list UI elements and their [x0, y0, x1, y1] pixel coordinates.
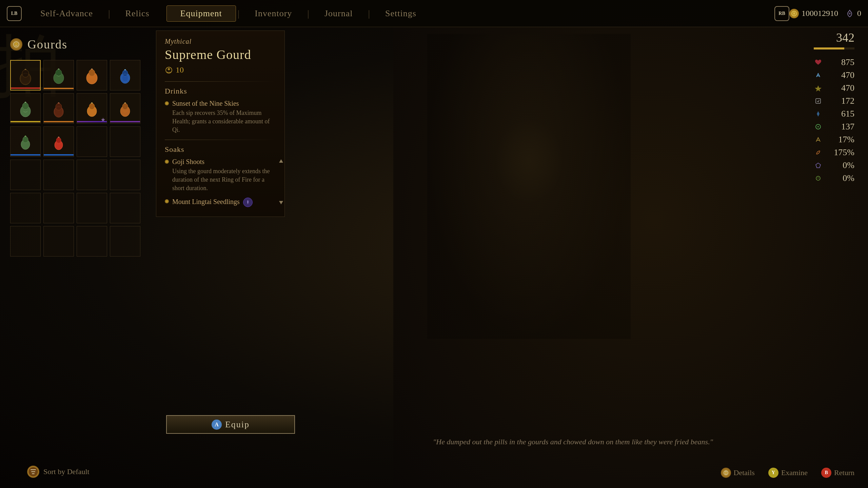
nav-relics[interactable]: Relics	[112, 6, 163, 21]
stat-icon-9	[814, 161, 822, 169]
stat-3: 470	[827, 83, 854, 93]
svg-point-3	[15, 42, 17, 44]
grid-cell-3-2[interactable]	[43, 126, 74, 157]
indicator-1-2	[44, 88, 74, 89]
examine-action[interactable]: Y Examine	[768, 468, 808, 478]
sort-icon	[27, 466, 39, 478]
svg-point-27	[23, 137, 28, 143]
stat-icon-10	[814, 174, 822, 182]
svg-point-29	[56, 138, 61, 143]
grid-cell-5-3[interactable]	[77, 193, 107, 223]
details-action[interactable]: Details	[721, 468, 755, 478]
grid-cell-3-3[interactable]	[77, 126, 107, 157]
scroll-up[interactable]	[278, 158, 284, 166]
stat-row-9: 0%	[814, 160, 854, 170]
svg-point-5	[22, 70, 29, 77]
quote-text: "He dumped out the pills in the gourds a…	[305, 436, 841, 447]
lb-button[interactable]: LB	[7, 6, 22, 21]
mount-icon	[243, 198, 253, 207]
nav-settings[interactable]: Settings	[372, 6, 430, 21]
nav-self-advance[interactable]: Self-Advance	[27, 6, 106, 21]
svg-point-10	[89, 69, 95, 76]
grid-cell-6-2[interactable]	[43, 226, 74, 257]
rb-label: RB	[778, 11, 785, 16]
equip-a-icon: A	[212, 420, 222, 430]
scroll-down[interactable]	[278, 199, 284, 207]
grid-cell-1-4[interactable]	[110, 60, 140, 90]
grid-cell-6-4[interactable]	[110, 226, 140, 257]
nav-journal[interactable]: Journal	[311, 6, 367, 21]
health-icon	[814, 58, 822, 66]
drink-desc: Each sip recovers 35% of Maximum Health;…	[172, 109, 276, 135]
return-label: Return	[834, 468, 854, 477]
grid-cell-1-3[interactable]	[77, 60, 107, 90]
character-display	[393, 0, 868, 488]
stat-7: 17%	[827, 135, 854, 145]
svg-point-39	[816, 176, 820, 180]
svg-point-41	[725, 471, 726, 472]
stat-icon-2	[814, 71, 822, 79]
return-action[interactable]: B Return	[821, 468, 854, 478]
grid-cell-4-4[interactable]	[110, 160, 140, 190]
stat-icon-7	[814, 136, 822, 144]
examine-label: Examine	[781, 468, 808, 477]
mount-item: Mount Lingtai Seedlings	[172, 198, 253, 207]
bottom-actions: Details Y Examine B Return	[721, 468, 854, 478]
grid-cell-2-4[interactable]	[110, 93, 140, 124]
grid-cell-4-1[interactable]	[10, 160, 41, 190]
detail-content: Mythical Supreme Gourd 10 Drinks Sunset …	[156, 30, 285, 217]
item-name: Supreme Gourd	[165, 47, 276, 62]
grid-cell-4-2[interactable]	[43, 160, 74, 190]
stat-row-8: 175%	[814, 147, 854, 158]
sort-label: Sort by Default	[43, 467, 90, 476]
soaks-scroll-area: Goji Shoots Using the gourd moderately e…	[165, 158, 276, 207]
drink-dot	[165, 101, 169, 105]
svg-point-1	[849, 13, 851, 15]
section-icon	[10, 38, 22, 50]
stat-health: 875	[827, 57, 854, 67]
grid-cell-1-2[interactable]	[43, 60, 74, 90]
stat-icon-3	[814, 84, 822, 92]
grid-cell-5-1[interactable]	[10, 193, 41, 223]
section-title: Gourds	[27, 37, 67, 52]
svg-marker-23	[101, 118, 105, 122]
grid-cell-1-1[interactable]	[10, 60, 41, 90]
indicator-2-4	[110, 121, 140, 122]
grid-cell-3-1[interactable]	[10, 126, 41, 157]
stat-9: 0%	[827, 160, 854, 170]
indicator-2-2	[44, 121, 74, 122]
grid-cell-4-3[interactable]	[77, 160, 107, 190]
equip-button[interactable]: A Equip	[166, 415, 295, 434]
armor-silhouette	[427, 34, 631, 339]
nav-equipment[interactable]: Equipment	[166, 5, 236, 22]
stat-row-7: 17%	[814, 135, 854, 145]
grid-cell-6-3[interactable]	[77, 226, 107, 257]
grid-cell-5-2[interactable]	[43, 193, 74, 223]
grid-cell-5-4[interactable]	[110, 193, 140, 223]
drink-details: Sunset of the Nine Skies Each sip recove…	[172, 100, 276, 135]
nav-inventory[interactable]: Inventory	[241, 6, 305, 21]
rb-button[interactable]: RB	[774, 6, 789, 21]
soak-1-name: Goji Shoots	[172, 158, 276, 166]
sort-button[interactable]: Sort by Default	[27, 466, 90, 478]
equip-a-letter: A	[215, 422, 219, 428]
grid-cell-3-4[interactable]	[110, 126, 140, 157]
stats-panel: 342 875 470 470 172 615	[814, 30, 854, 183]
grid-cell-6-1[interactable]	[10, 226, 41, 257]
svg-point-34	[247, 201, 249, 202]
stat-8: 175%	[827, 147, 854, 158]
uses-icon	[165, 66, 173, 74]
soak-dot-2	[165, 199, 169, 203]
svg-rect-37	[816, 99, 821, 103]
grid-cell-2-2[interactable]	[43, 93, 74, 124]
stat-icon-6	[814, 123, 822, 131]
return-icon: B	[821, 468, 831, 478]
nav-items: Self-Advance | Relics Equipment | Invent…	[27, 5, 774, 22]
stat-row-10: 0%	[814, 173, 854, 183]
stat-icon-8	[814, 148, 822, 157]
grid-cell-2-3[interactable]	[77, 93, 107, 124]
grid-cell-2-1[interactable]	[10, 93, 41, 124]
soak-1-details: Goji Shoots Using the gourd moderately e…	[172, 158, 276, 193]
stat-10: 0%	[827, 173, 854, 183]
divider-1	[165, 81, 276, 82]
